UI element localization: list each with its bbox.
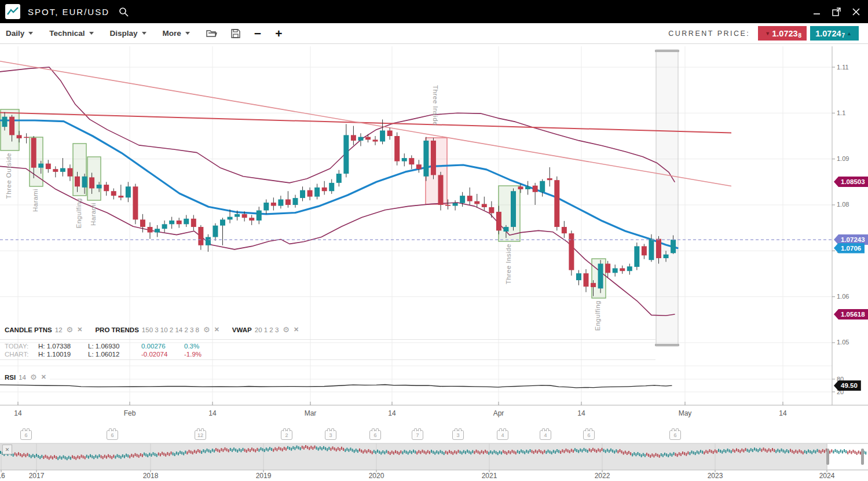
time-axis-label: 14 [577,409,585,417]
time-axis-label: Apr [493,409,504,417]
toolbar: DailyTechnicalDisplayMore − + CURRENT PR… [0,23,868,44]
price-axis-label: 1.06 [837,293,849,300]
indicator-settings-gear-icon[interactable]: ⚙ [67,325,74,334]
calendar-marker-icon[interactable]: 6 [20,430,32,440]
indicator-remove-icon[interactable]: ✕ [214,326,219,333]
price-axis-label: 1.08 [837,201,849,208]
stats-high: H: 1.10019 [38,351,88,358]
menu-label: Daily [6,29,24,38]
navigator-year-label: 2021 [482,472,497,480]
navigator-year-label: 2020 [369,472,384,480]
open-layout-button[interactable] [206,29,217,38]
ask-price-pip: 7 [842,32,845,39]
time-axis-label: Feb [124,409,136,417]
price-axis-label: 1.1 [837,109,845,116]
save-layout-button[interactable] [231,29,240,38]
calendar-marker-day: 12 [197,432,203,438]
calendar-marker-day: 6 [673,432,676,438]
down-arrow-icon: ▼ [765,31,770,36]
rsi-settings-gear-icon[interactable]: ⚙ [30,373,37,381]
chevron-down-icon [28,32,33,35]
rsi-name: RSI [5,374,16,381]
menu-label: Display [110,29,138,38]
titlebar: SPOT, EUR/USD [0,0,868,23]
stats-high: H: 1.07338 [38,343,88,350]
stats-row: TODAY:H: 1.07338L: 1.069300.002760.3% [5,342,202,350]
time-axis-label: 14 [779,409,786,417]
bid-price: 1.0723 [772,29,797,38]
menu-display[interactable]: Display [110,29,147,38]
indicator-remove-icon[interactable]: ✕ [294,326,299,333]
price-axis-badge: 1.05618 [834,309,868,320]
stats-low: L: 1.06930 [88,343,141,350]
time-axis-label: 14 [14,409,21,417]
zoom-out-button[interactable]: − [254,28,261,39]
stats-low: L: 1.06012 [88,351,141,358]
navigator-left-handle [826,449,829,465]
calendar-marker-icon[interactable]: 4 [540,430,551,440]
calendar-marker-day: 2 [285,432,288,438]
indicator-params: 150 3 10 2 14 2 3 8 [142,326,199,333]
stats-change-pct: 0.3% [184,343,199,350]
calendar-marker-icon[interactable]: 7 [412,430,423,440]
navigator-year-label: 2017 [29,472,45,480]
price-axis-label: 1.05 [837,339,849,346]
rsi-remove-icon[interactable]: ✕ [41,373,46,381]
price-stats: TODAY:H: 1.07338L: 1.069300.002760.3%CHA… [5,342,202,358]
minimize-button[interactable] [813,8,821,16]
rsi-legend: RSI 14 ⚙ ✕ [5,373,50,381]
indicator-settings-gear-icon[interactable]: ⚙ [283,325,290,334]
current-price-label: CURRENT PRICE: [668,30,750,38]
stats-change-pct: -1.9% [184,351,202,358]
pattern-label-harami: Harami [32,189,39,212]
menu-daily[interactable]: Daily [6,29,33,38]
menu-label: Technical [49,29,85,38]
calendar-marker-icon[interactable]: 6 [669,430,681,440]
calendar-marker-icon[interactable]: 12 [195,430,206,440]
ask-price: 1.0724 [815,29,841,38]
calendar-marker-day: 3 [456,432,459,438]
pattern-label-engulfing: Engulfing [75,198,82,228]
calendar-marker-icon[interactable]: 4 [497,430,508,440]
calendar-marker-day: 4 [501,432,504,438]
indicator-settings-gear-icon[interactable]: ⚙ [203,325,210,334]
navigator-year-label: 16 [0,472,5,480]
time-axis-label: 14 [388,409,395,417]
calendar-marker-icon[interactable]: 6 [107,430,118,440]
calendar-marker-icon[interactable]: 6 [369,430,381,440]
calendar-marker-day: 3 [329,432,332,438]
pattern-label-three-inside: Three Inside [432,85,439,126]
menu-more[interactable]: More [163,29,190,38]
indicator-params: 12 [55,326,63,333]
time-axis-label: 14 [208,409,216,417]
indicator-remove-icon[interactable]: ✕ [77,326,82,333]
search-icon[interactable] [119,7,129,17]
up-arrow-icon: ▲ [847,31,852,36]
calendar-marker-day: 6 [373,432,376,438]
time-axis-label: May [679,409,692,417]
price-axis-label: 1.09 [837,155,849,162]
navigator-close-icon[interactable]: ✕ [2,445,12,454]
indicator-name-vwap: VWAP [232,326,252,333]
close-button[interactable] [852,8,860,16]
calendar-marker-icon[interactable]: 6 [583,430,595,440]
navigator-year-label: 2023 [708,472,723,480]
calendar-marker-icon[interactable]: 3 [325,430,336,440]
rsi-params: 14 [19,374,26,381]
menu-technical[interactable]: Technical [49,29,93,38]
calendar-marker-icon[interactable]: 3 [452,430,464,440]
price-axis-badge: 1.08503 [834,177,868,187]
chart-overlays: Three OutsideHaramiEngulfingHaramiThree … [0,0,868,481]
navigator-year-label: 2024 [819,472,835,480]
calendar-marker-icon[interactable]: 2 [281,430,292,440]
navigator-right-handle [861,449,864,465]
indicator-legend: CANDLE PTNS12⚙✕PRO TRENDS150 3 10 2 14 2… [5,325,312,334]
price-axis-label: 1.11 [837,64,849,71]
indicator-params: 20 1 2 3 [255,326,279,333]
popout-button[interactable] [832,8,841,16]
app-logo-icon [5,4,20,19]
zoom-in-button[interactable]: + [275,28,282,39]
navigator-year-label: 2018 [143,472,159,480]
calendar-marker-day: 6 [587,432,590,438]
price-axis-badge: 1.0706 [834,243,865,254]
